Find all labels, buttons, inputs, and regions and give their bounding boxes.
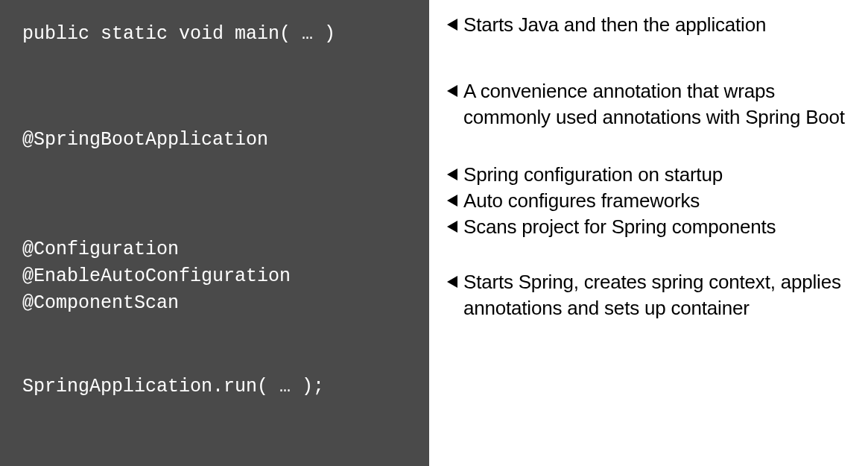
triangle-left-icon (447, 169, 457, 180)
triangle-left-icon (447, 195, 457, 207)
description-panel: Starts Java and then the application A c… (429, 0, 868, 466)
desc-text: Starts Spring, creates spring context, a… (463, 269, 859, 321)
code-line-springbootapp: @SpringBootApplication (22, 127, 408, 154)
desc-text: Spring configuration on startup (463, 162, 859, 188)
triangle-left-icon (447, 276, 457, 288)
triangle-left-icon (447, 19, 457, 31)
desc-text: Scans project for Spring components (463, 214, 859, 240)
desc-item-autoconfig: Auto configures frameworks (447, 188, 859, 214)
desc-text: Starts Java and then the application (463, 12, 859, 38)
desc-text: A convenience annotation that wraps comm… (463, 78, 859, 130)
code-line-enableautoconfig: @EnableAutoConfiguration (22, 263, 408, 290)
code-panel: public static void main( … ) @SpringBoot… (0, 0, 429, 466)
code-line-main: public static void main( … ) (22, 21, 408, 48)
desc-item-run: Starts Spring, creates spring context, a… (447, 269, 859, 321)
triangle-left-icon (447, 221, 457, 233)
code-line-componentscan: @ComponentScan (22, 290, 408, 317)
triangle-left-icon (447, 85, 457, 97)
desc-text: Auto configures frameworks (463, 188, 859, 214)
desc-item-main: Starts Java and then the application (447, 12, 859, 38)
desc-item-springbootapp: A convenience annotation that wraps comm… (447, 78, 859, 130)
desc-item-configuration: Spring configuration on startup (447, 162, 859, 188)
code-line-run: SpringApplication.run( … ); (22, 374, 408, 400)
desc-item-componentscan: Scans project for Spring components (447, 214, 859, 240)
code-line-configuration: @Configuration (22, 236, 408, 263)
